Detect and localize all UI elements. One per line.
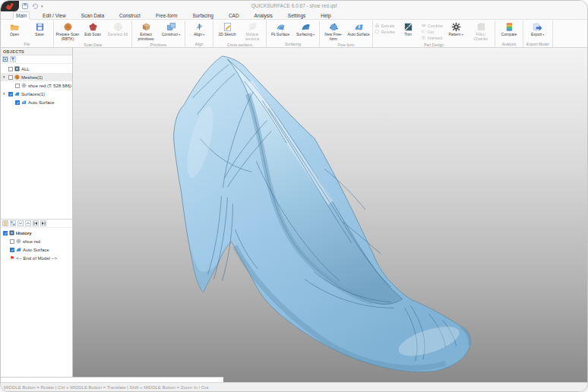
title-bar: ▾ QUICKSURFACE 6.0.67 - shoe red.qsf <box>1 1 587 11</box>
ribbon-group-export-model: Export Export Model <box>523 21 552 47</box>
export-button[interactable]: Export <box>526 21 550 37</box>
construct-icon <box>166 22 176 32</box>
multiple-sections-label: Multiple sections <box>240 33 264 42</box>
menu-settings[interactable]: Settings <box>286 12 308 19</box>
deselect-all-button[interactable]: Deselect All <box>106 21 130 37</box>
menu-free-form[interactable]: Free-form <box>153 12 180 19</box>
tree-row-auto-surface[interactable]: Auto Surface <box>1 98 72 106</box>
2d-sketch-button[interactable]: 2D Sketch <box>215 21 239 37</box>
open-label: Open <box>10 33 19 37</box>
ribbon-group-surfacing: Fit Surface Surfacing Surfacing <box>267 21 320 47</box>
ribbon-group-part-design: Extrude Revolve Trim <box>373 21 495 47</box>
isolate-icon[interactable] <box>2 56 8 62</box>
menu-main[interactable]: Main <box>13 11 30 20</box>
extract-primitives-button[interactable]: Extract primitives <box>134 21 158 42</box>
menu-edit-view[interactable]: Edit / View <box>40 12 68 19</box>
pattern-button[interactable]: Pattern <box>444 21 468 37</box>
menu-cad[interactable]: CAD <box>226 12 242 19</box>
surfaces-checkbox[interactable] <box>8 92 13 96</box>
tree-row-all[interactable]: ALL <box>1 65 72 73</box>
history-row-end-of-model[interactable]: ⚑ <-- End of Model --> <box>1 254 72 262</box>
all-label: ALL <box>21 67 30 71</box>
cut-button[interactable]: Cut <box>421 29 443 34</box>
history-list-icon[interactable] <box>2 220 8 226</box>
menu-construct[interactable]: Construct <box>117 12 143 19</box>
combine-button[interactable]: Combine <box>421 23 443 28</box>
surfacing-icon <box>301 22 311 32</box>
3d-viewport[interactable] <box>73 48 587 382</box>
compare-icon <box>504 22 514 32</box>
surfaces-icon <box>14 91 20 96</box>
window-title: QUICKSURFACE 6.0.67 - shoe red.qsf <box>1 3 587 8</box>
prepare-scan-label: Prepare Scan (RBTK) <box>55 33 80 42</box>
meshes-expander-icon[interactable]: ▾ <box>3 75 7 79</box>
menu-analysis[interactable]: Analysis <box>252 12 275 19</box>
multiple-sections-button[interactable]: Multiple sections <box>240 21 264 42</box>
end-of-model-flag-icon: ⚑ <box>10 255 14 261</box>
fit-surface-icon <box>276 22 286 32</box>
edit-scan-button[interactable]: Edit Scan <box>81 21 105 37</box>
all-icon <box>14 66 20 71</box>
filter-icon[interactable] <box>10 56 16 62</box>
align-button[interactable]: Align <box>187 21 211 37</box>
construct-label: Construct <box>162 33 181 37</box>
auto-surface-label: Auto Surface <box>28 100 55 105</box>
menu-bar: Main Edit / View Scan Data Construct Fre… <box>1 11 587 20</box>
auto-surface-button[interactable]: Auto Surface <box>346 21 371 37</box>
prepare-scan-button[interactable]: Prepare Scan (RBTK) <box>55 21 80 42</box>
save-icon <box>35 22 45 32</box>
intersect-button[interactable]: Intersect <box>421 35 443 40</box>
history-checkbox[interactable] <box>3 231 8 236</box>
history-shoe-red-checkbox[interactable] <box>10 239 14 244</box>
surfacing-button[interactable]: Surfacing <box>293 21 318 37</box>
shoe-red-label: shoe red (T: 528 586) <box>28 84 71 88</box>
mouse-hint-text: MIDDLE Button = Rotate | Ctrl + MIDDLE B… <box>4 385 208 390</box>
fillet-chamfer-icon <box>476 22 486 32</box>
auto-surface-checkbox[interactable] <box>15 100 20 105</box>
construct-button[interactable]: Construct <box>159 21 183 37</box>
surfaces-expander-icon[interactable]: ▾ <box>3 92 7 96</box>
ribbon-group-primitives: Extract primitives Construct Primitives <box>132 21 185 47</box>
history-mesh-icon <box>16 239 21 244</box>
fit-surface-label: Fit Surface <box>271 33 289 37</box>
expand-all-icon[interactable] <box>17 220 24 226</box>
history-row-auto-surface[interactable]: Auto Surface <box>1 245 72 254</box>
history-auto-surface-checkbox[interactable] <box>10 248 14 252</box>
tree-row-shoe-red[interactable]: shoe red (T: 528 586) <box>1 81 72 90</box>
compare-button[interactable]: Compare <box>497 21 521 37</box>
end-of-model-label: <-- End of Model --> <box>16 256 57 261</box>
shoe-red-checkbox[interactable] <box>15 84 20 88</box>
meshes-checkbox[interactable] <box>8 75 13 80</box>
trim-button[interactable]: Trim <box>396 21 420 37</box>
menu-scan-data[interactable]: Scan Data <box>79 12 106 19</box>
revolve-button[interactable]: Revolve <box>375 29 395 34</box>
ribbon-group-scan-data: Prepare Scan (RBTK) Edit Scan Deselect A… <box>54 21 132 47</box>
compare-label: Compare <box>501 33 517 37</box>
fit-surface-button[interactable]: Fit Surface <box>268 21 292 37</box>
cut-icon <box>421 29 426 34</box>
left-sidebar: OBJECTS ALL ▾ <box>1 48 73 382</box>
save-button[interactable]: Save <box>27 21 52 37</box>
open-button[interactable]: Open <box>2 21 27 37</box>
history-tree-icon[interactable] <box>10 220 16 226</box>
history-row-shoe-red[interactable]: shoe red <box>1 237 72 245</box>
boolean-stack: Combine Cut Intersect <box>421 21 443 40</box>
tree-row-surfaces[interactable]: ▾ Surfaces(1) <box>1 90 72 98</box>
step-first-icon[interactable] <box>33 220 39 226</box>
step-last-icon[interactable] <box>40 220 46 226</box>
ribbon-group-align: Align Align <box>185 21 213 47</box>
group-name-surfacing: Surfacing <box>268 41 318 47</box>
extract-primitives-icon <box>141 22 151 32</box>
fillet-chamfer-button[interactable]: Fillet / Chamfer <box>469 21 493 42</box>
collapse-all-icon[interactable] <box>25 220 31 226</box>
all-checkbox[interactable] <box>8 67 13 71</box>
menu-surfacing[interactable]: Surfacing <box>190 12 215 19</box>
save-label: Save <box>35 33 43 37</box>
menu-help[interactable]: Help <box>318 12 333 19</box>
new-free-form-button[interactable]: New Free-form <box>321 21 346 42</box>
meshes-icon <box>14 74 20 80</box>
tree-row-meshes[interactable]: ▾ Meshes(1) <box>1 73 72 81</box>
history-row-root[interactable]: History <box>1 229 72 237</box>
extrude-button[interactable]: Extrude <box>375 23 395 28</box>
ribbon-group-cross-sections: 2D Sketch Multiple sections Cross sectio… <box>213 21 267 47</box>
